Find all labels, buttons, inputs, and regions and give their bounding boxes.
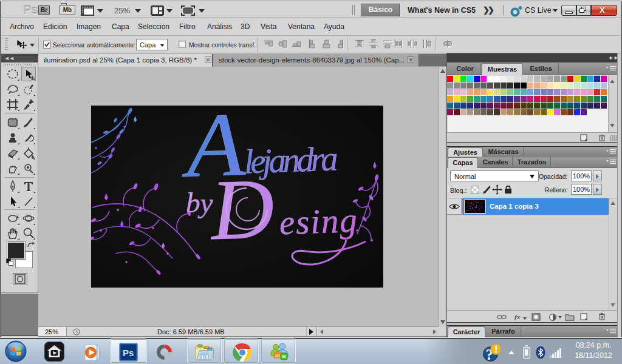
svg-text:by: by [186, 187, 213, 218]
svg-text:D: D [208, 160, 275, 258]
svg-text:Ps: Ps [123, 348, 134, 358]
svg-text:esing: esing [279, 201, 358, 241]
